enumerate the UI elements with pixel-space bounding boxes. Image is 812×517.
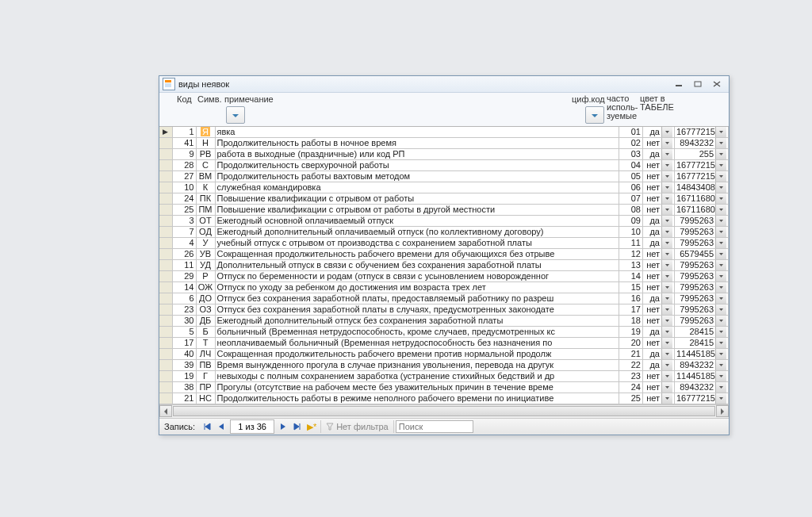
dropdown-icon[interactable] bbox=[661, 371, 672, 381]
cell-note[interactable]: Сокращенная продолжительность рабочего в… bbox=[215, 249, 619, 260]
dropdown-icon[interactable] bbox=[715, 293, 726, 304]
row-selector[interactable] bbox=[159, 349, 172, 360]
dropdown-icon[interactable] bbox=[661, 271, 672, 281]
table-row[interactable]: 10Кслужебная командировка06нет14843408 bbox=[159, 182, 729, 193]
cell-note[interactable]: явка bbox=[215, 127, 619, 138]
dropdown-icon[interactable] bbox=[661, 327, 672, 337]
cell-sym[interactable]: ДО bbox=[196, 293, 215, 304]
record-position-input[interactable] bbox=[230, 419, 274, 434]
cell-sym[interactable]: УД bbox=[196, 260, 215, 271]
filter-note-button[interactable] bbox=[226, 106, 245, 124]
cell-note[interactable]: Отпуск без сохранения заработной платы в… bbox=[215, 304, 619, 316]
cell-cif[interactable]: 10 bbox=[619, 227, 643, 238]
cell-cif[interactable]: 21 bbox=[619, 349, 643, 360]
cell-kod[interactable]: 4 bbox=[172, 238, 196, 249]
table-row[interactable]: 26УВСокращенная продолжительность рабоче… bbox=[159, 249, 729, 260]
cell-cif[interactable]: 08 bbox=[619, 205, 643, 216]
cell-note[interactable]: Время вынужденного прогула в случае приз… bbox=[215, 360, 619, 371]
cell-color[interactable]: 16711680 bbox=[675, 193, 729, 205]
cell-kod[interactable]: 41 bbox=[172, 138, 196, 149]
cell-cif[interactable]: 19 bbox=[619, 327, 643, 338]
cell-cif[interactable]: 04 bbox=[619, 160, 643, 171]
dropdown-icon[interactable] bbox=[661, 238, 672, 248]
row-selector[interactable] bbox=[159, 316, 172, 327]
cell-sym[interactable]: ДБ bbox=[196, 316, 215, 327]
cell-chasto[interactable]: нет bbox=[643, 271, 675, 282]
cell-sym[interactable]: Н bbox=[196, 138, 215, 149]
cell-kod[interactable]: 9 bbox=[172, 149, 196, 160]
cell-color[interactable]: 28415 bbox=[675, 338, 729, 349]
row-selector[interactable] bbox=[159, 282, 172, 293]
cell-chasto[interactable]: нет bbox=[643, 260, 675, 271]
filter-toggle[interactable]: Нет фильтра bbox=[320, 420, 394, 433]
cell-cif[interactable]: 03 bbox=[619, 149, 643, 160]
dropdown-icon[interactable] bbox=[715, 349, 726, 359]
cell-kod[interactable]: 3 bbox=[172, 216, 196, 227]
dropdown-icon[interactable] bbox=[715, 205, 726, 215]
cell-cif[interactable]: 23 bbox=[619, 371, 643, 382]
cell-chasto[interactable]: да bbox=[643, 216, 675, 227]
table-row[interactable]: 6ДООтпуск без сохранения заработной плат… bbox=[159, 293, 729, 304]
cell-kod[interactable]: 40 bbox=[172, 349, 196, 360]
cell-color[interactable]: 8943232 bbox=[675, 138, 729, 149]
dropdown-icon[interactable] bbox=[715, 382, 726, 393]
row-selector[interactable] bbox=[159, 238, 172, 249]
dropdown-icon[interactable] bbox=[661, 227, 672, 237]
cell-sym[interactable]: Г bbox=[196, 371, 215, 382]
row-selector[interactable] bbox=[159, 193, 172, 205]
dropdown-icon[interactable] bbox=[661, 149, 672, 159]
row-selector[interactable] bbox=[159, 338, 172, 349]
dropdown-icon[interactable] bbox=[715, 338, 726, 348]
cell-cif[interactable]: 20 bbox=[619, 338, 643, 349]
cell-sym[interactable]: К bbox=[196, 182, 215, 193]
cell-sym[interactable]: У bbox=[196, 238, 215, 249]
cell-note[interactable]: Отпуск по беременности и родам (отпуск в… bbox=[215, 271, 619, 282]
row-selector[interactable] bbox=[159, 138, 172, 149]
cell-cif[interactable]: 14 bbox=[619, 271, 643, 282]
cell-color[interactable]: 7995263 bbox=[675, 282, 729, 293]
cell-chasto[interactable]: нет bbox=[643, 371, 675, 382]
cell-color[interactable]: 11445185 bbox=[675, 371, 729, 382]
search-input[interactable] bbox=[396, 420, 473, 433]
cell-cif[interactable]: 01 bbox=[619, 127, 643, 138]
row-selector[interactable] bbox=[159, 382, 172, 393]
row-selector[interactable] bbox=[159, 371, 172, 382]
table-row[interactable]: 38ПРПрогулы (отсутствие на рабочем месте… bbox=[159, 382, 729, 393]
cell-cif[interactable]: 05 bbox=[619, 171, 643, 182]
cell-sym[interactable]: Р bbox=[196, 271, 215, 282]
row-selector[interactable] bbox=[159, 227, 172, 238]
cell-note[interactable]: Ежегодный дополнительный отпуск без сохр… bbox=[215, 316, 619, 327]
cell-note[interactable]: неоплачиваемый больничный (Временная нет… bbox=[215, 338, 619, 349]
cell-color[interactable]: 7995263 bbox=[675, 238, 729, 249]
dropdown-icon[interactable] bbox=[661, 205, 672, 215]
cell-sym[interactable]: ВМ bbox=[196, 171, 215, 182]
cell-color[interactable]: 16777215 bbox=[675, 171, 729, 182]
cell-kod[interactable]: 27 bbox=[172, 171, 196, 182]
horizontal-scrollbar[interactable] bbox=[159, 404, 729, 418]
cell-sym[interactable]: РВ bbox=[196, 149, 215, 160]
cell-color[interactable]: 255 bbox=[675, 149, 729, 160]
table-row[interactable]: 21НСПродолжительность работы в режиме не… bbox=[159, 393, 729, 404]
cell-color[interactable]: 7995263 bbox=[675, 304, 729, 316]
cell-chasto[interactable]: нет bbox=[643, 249, 675, 260]
cell-sym[interactable]: ОЗ bbox=[196, 304, 215, 316]
cell-kod[interactable]: 6 bbox=[172, 293, 196, 304]
minimize-button[interactable] bbox=[670, 79, 688, 90]
dropdown-icon[interactable] bbox=[661, 216, 672, 226]
scroll-right-button[interactable] bbox=[716, 405, 729, 417]
row-selector[interactable] bbox=[159, 149, 172, 160]
cell-kod[interactable]: 28 bbox=[172, 160, 196, 171]
cell-kod[interactable]: 24 bbox=[172, 193, 196, 205]
dropdown-icon[interactable] bbox=[661, 293, 672, 304]
table-row[interactable]: 14ОЖОтпуск по уходу за ребенком до дости… bbox=[159, 282, 729, 293]
cell-kod[interactable]: 5 bbox=[172, 327, 196, 338]
dropdown-icon[interactable] bbox=[661, 282, 672, 293]
close-button[interactable] bbox=[708, 79, 726, 90]
dropdown-icon[interactable] bbox=[715, 149, 726, 159]
row-selector[interactable] bbox=[159, 160, 172, 171]
row-selector[interactable] bbox=[159, 171, 172, 182]
cell-sym[interactable]: УВ bbox=[196, 249, 215, 260]
cell-chasto[interactable]: нет bbox=[643, 182, 675, 193]
cell-color[interactable]: 7995263 bbox=[675, 260, 729, 271]
cell-cif[interactable]: 12 bbox=[619, 249, 643, 260]
